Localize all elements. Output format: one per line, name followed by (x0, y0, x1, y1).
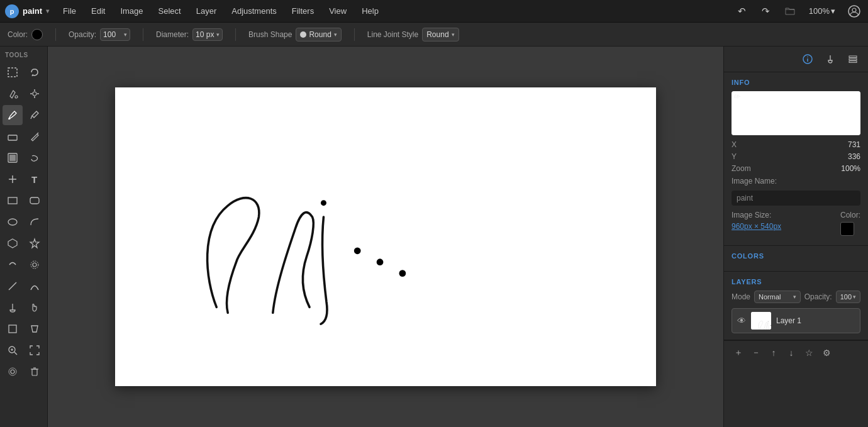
heal-tool[interactable] (3, 169, 23, 189)
info-section: INFO X 731 Y 336 Zoom 100% Image Name: (724, 72, 868, 246)
shape-cog-tool[interactable] (25, 255, 45, 275)
app-chevron: ▾ (46, 8, 49, 14)
eyedropper-tool[interactable] (25, 105, 45, 125)
svg-rect-40 (849, 58, 857, 60)
info-y-row: Y 336 (732, 152, 860, 161)
layer-add-button[interactable]: ＋ (732, 346, 745, 360)
trash-tool[interactable] (25, 362, 45, 382)
marquee-rect-tool[interactable] (3, 62, 23, 82)
zoom-control[interactable]: 100% ▾ (805, 5, 839, 17)
zoom-value: 100% (809, 6, 830, 16)
shape-custom-tool[interactable] (3, 255, 23, 275)
layer-remove-button[interactable]: － (749, 346, 763, 360)
menu-bar: p paint ▾ File Edit Image Select Layer A… (0, 0, 868, 23)
fill-tool[interactable] (3, 148, 23, 168)
menu-adjustments[interactable]: Adjustments (225, 4, 283, 18)
app-name: paint (23, 6, 42, 16)
magic-wand-tool[interactable] (25, 84, 45, 104)
opacity-input[interactable]: 100 ▾ (100, 28, 130, 41)
open-folder-button[interactable] (781, 3, 799, 20)
toolbar-color-group: Color: (8, 29, 43, 40)
undo-button[interactable]: ↶ (733, 3, 751, 20)
layer-move-down-button[interactable]: ↓ (784, 346, 798, 360)
dropper-alt-tool[interactable] (3, 297, 23, 318)
text-tool[interactable]: T (25, 169, 45, 189)
shape-poly-tool[interactable] (3, 233, 23, 253)
brush-shape-select[interactable]: Round ▾ (296, 28, 341, 42)
mode-select[interactable]: Normal ▾ (754, 291, 801, 303)
menu-edit[interactable]: Edit (85, 4, 111, 18)
menu-help[interactable]: Help (355, 4, 385, 18)
main-area: TOOLS (0, 47, 868, 427)
x-label: X (732, 140, 737, 149)
menu-layer[interactable]: Layer (190, 4, 223, 18)
toolbar-brush-shape-group: Brush Shape Round ▾ (248, 28, 342, 42)
layer-favorite-button[interactable]: ☆ (802, 346, 816, 360)
layer-name[interactable]: Layer 1 (776, 316, 855, 325)
image-size-value[interactable]: 960px × 540px (732, 222, 781, 231)
mode-label: Mode (732, 292, 750, 301)
shape-rect-tool[interactable] (3, 191, 23, 211)
color-box[interactable] (840, 222, 854, 236)
opacity-layers-input[interactable]: 100 ▾ (836, 291, 860, 303)
pencil-tool[interactable] (25, 126, 45, 147)
image-size-group: Image Size: 960px × 540px (732, 211, 781, 231)
shape-ellipse-tool[interactable] (3, 212, 23, 232)
hand-tool[interactable] (25, 297, 45, 318)
menu-view[interactable]: View (323, 4, 353, 18)
dropper-panel-btn[interactable] (821, 50, 839, 68)
brush-shape-icon (300, 31, 306, 38)
color-swatch[interactable] (31, 29, 43, 40)
paint-bucket-tool[interactable] (3, 84, 23, 104)
shape-roundrect-tool[interactable] (25, 191, 45, 211)
svg-point-38 (807, 57, 808, 58)
eraser-tool[interactable] (3, 126, 23, 147)
smudge-tool[interactable] (25, 148, 45, 168)
divider-3 (235, 28, 236, 41)
right-panel: INFO X 731 Y 336 Zoom 100% Image Name: (723, 47, 868, 427)
drawing-canvas[interactable] (115, 87, 656, 386)
svg-point-32 (9, 368, 16, 375)
brush-tool[interactable] (3, 105, 23, 125)
layers-footer: ＋ － ↑ ↓ ☆ ⚙ (724, 340, 868, 365)
lasso-tool[interactable] (25, 62, 45, 82)
redo-button[interactable]: ↷ (757, 3, 775, 20)
line-joint-select[interactable]: Round ▾ (422, 28, 459, 42)
image-name-input[interactable] (732, 191, 860, 206)
line-joint-value: Round (426, 30, 448, 39)
layer-visibility-icon[interactable]: 👁 (737, 316, 746, 326)
svg-marker-21 (30, 239, 39, 248)
svg-point-31 (11, 370, 14, 374)
fullscreen-tool[interactable] (25, 340, 45, 360)
layer-settings-button[interactable]: ⚙ (820, 346, 833, 360)
preview-canvas (732, 91, 860, 135)
crop-persp-tool[interactable] (25, 319, 45, 339)
shape-arc-tool[interactable] (25, 212, 45, 232)
color-label: Color: (8, 30, 28, 39)
diameter-input[interactable]: 10 px ▾ (192, 28, 223, 41)
layers-section: LAYERS Mode Normal ▾ Opacity: 100 ▾ 👁 La… (724, 272, 868, 340)
app-logo-icon: p (5, 4, 19, 18)
crop-rect-tool[interactable] (3, 319, 23, 339)
user-profile-button[interactable] (845, 3, 863, 20)
zoom-tool[interactable] (3, 340, 23, 360)
svg-point-9 (9, 118, 11, 119)
app-logo[interactable]: p paint ▾ (5, 4, 49, 18)
unknown1-tool[interactable] (3, 362, 23, 382)
y-value: 336 (848, 152, 860, 161)
line-tool[interactable] (3, 276, 23, 296)
curve-tool[interactable] (25, 276, 45, 296)
layer-move-up-button[interactable]: ↑ (767, 346, 781, 360)
zoom-label: Zoom (732, 164, 751, 173)
layers-title: LAYERS (732, 278, 860, 286)
menu-select[interactable]: Select (152, 4, 187, 18)
shape-star-tool[interactable] (25, 233, 45, 253)
menu-file[interactable]: File (57, 4, 82, 18)
menu-image[interactable]: Image (114, 4, 149, 18)
layers-panel-btn[interactable] (844, 50, 862, 68)
info-panel-btn[interactable] (799, 50, 816, 68)
color-info-label: Color: (840, 211, 860, 219)
canvas-area[interactable] (48, 47, 723, 427)
menu-filters[interactable]: Filters (286, 4, 320, 18)
layer-row: 👁 Layer 1 (732, 308, 860, 333)
